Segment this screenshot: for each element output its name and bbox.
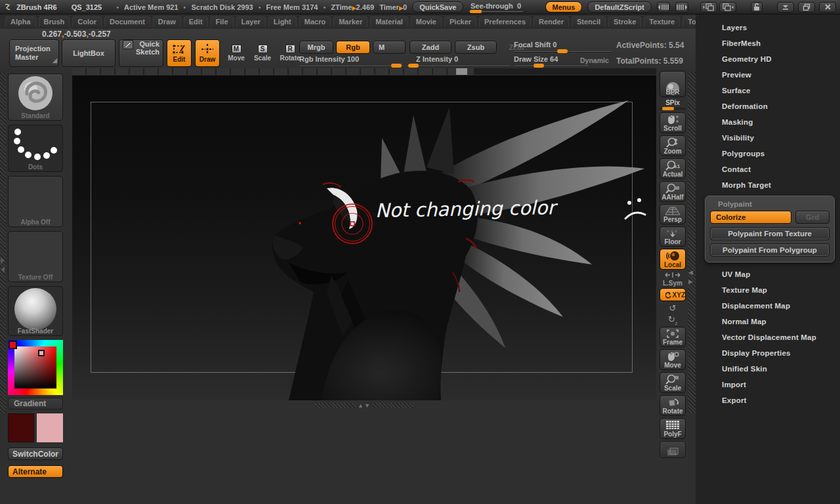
mrgb-button[interactable]: Mrgb xyxy=(299,41,333,54)
extra-shelf-button[interactable] xyxy=(660,441,686,458)
focal-shift-slider[interactable]: Focal Shift 0 xyxy=(514,41,611,49)
palette-section[interactable]: FiberMesh xyxy=(696,35,840,51)
dynamic-label[interactable]: Dynamic xyxy=(580,56,609,64)
menu-item[interactable]: Document xyxy=(104,16,150,28)
menu-item[interactable]: Movie xyxy=(411,16,442,28)
palette-section[interactable]: Morph Target xyxy=(696,177,840,193)
divider-right-button[interactable] xyxy=(719,2,736,12)
menu-item[interactable]: File xyxy=(211,16,234,28)
lightbox-button[interactable]: LightBox xyxy=(62,39,116,67)
frame-button[interactable]: Frame xyxy=(660,327,686,347)
see-through-handle[interactable] xyxy=(470,10,482,13)
focal-shift-handle[interactable] xyxy=(557,49,568,53)
palette-section[interactable]: Contact xyxy=(696,161,840,177)
palette-section[interactable]: Display Properties xyxy=(696,345,840,361)
palette-section[interactable]: UV Map xyxy=(696,266,840,282)
texture-selector[interactable]: Texture Off xyxy=(8,231,63,282)
defaultzscript-button[interactable]: DefaultZScript xyxy=(587,1,651,12)
m-button[interactable]: M xyxy=(373,41,406,54)
palette-section[interactable]: Visibility xyxy=(696,130,840,146)
restore-button[interactable] xyxy=(798,2,815,12)
draw-size-slider[interactable]: Draw Size 64 xyxy=(514,55,589,63)
color-picker[interactable] xyxy=(8,340,63,395)
colorize-button[interactable]: Colorize xyxy=(710,211,791,224)
rgb-button[interactable]: Rgb xyxy=(336,41,370,54)
persp-button[interactable]: Persp xyxy=(660,204,686,224)
move-3d-button[interactable]: Move xyxy=(660,349,686,370)
minimize-button[interactable] xyxy=(777,2,794,12)
z-intensity-slider[interactable]: Z Intensity 0 xyxy=(407,55,511,63)
bpr-button[interactable]: BPR xyxy=(660,71,686,97)
divider-arrows-icon[interactable]: ▲▼ xyxy=(358,402,371,409)
lsym-button[interactable]: L.Sym xyxy=(663,272,682,287)
menu-item[interactable]: Macro xyxy=(299,16,331,28)
actual-button[interactable]: x1 Actual xyxy=(660,158,686,179)
z-intensity-handle[interactable] xyxy=(408,64,419,68)
left-tray-divider[interactable] xyxy=(0,72,6,413)
palette-section[interactable]: Displacement Map xyxy=(696,298,840,314)
menu-item[interactable]: Color xyxy=(72,16,102,28)
palette-section[interactable]: Surface xyxy=(696,83,840,98)
polypaint-from-texture-button[interactable]: Polypaint From Texture xyxy=(710,227,830,240)
palette-section[interactable]: Preview xyxy=(696,67,840,83)
secondary-color-swatch[interactable] xyxy=(37,413,63,442)
palette-section[interactable]: Import xyxy=(696,377,840,392)
palette-section[interactable]: Deformation xyxy=(696,98,840,114)
menu-item[interactable]: Alpha xyxy=(5,16,36,28)
spix-slider[interactable]: SPix xyxy=(660,99,686,110)
menu-item[interactable]: Marker xyxy=(333,16,368,28)
document-canvas[interactable]: Not changing color xyxy=(72,75,656,400)
polypaint-from-polygroup-button[interactable]: Polypaint From Polygroup xyxy=(710,243,830,257)
edit-button[interactable]: Edit xyxy=(167,39,192,67)
scroll-left-shelf-button[interactable] xyxy=(657,2,670,12)
scale-button[interactable]: S Scale xyxy=(250,39,275,67)
alpha-selector[interactable]: Alpha Off xyxy=(8,176,63,227)
polypaint-title[interactable]: Polypaint xyxy=(710,199,830,211)
menu-item[interactable]: Layer xyxy=(236,16,266,28)
palette-section[interactable]: Polygroups xyxy=(696,146,840,161)
menu-item[interactable]: Light xyxy=(268,16,297,28)
canvas-bottom-divider[interactable]: ▲▼ xyxy=(72,402,656,410)
saturation-value-square[interactable] xyxy=(14,346,56,388)
brush-selector[interactable]: Standard xyxy=(8,74,63,121)
xyz-button[interactable]: XYZ xyxy=(660,288,686,301)
rotate-n-icon[interactable]: ↺ xyxy=(669,303,677,313)
palette-section[interactable]: Masking xyxy=(696,114,840,130)
draw-size-handle[interactable] xyxy=(534,64,544,68)
switchcolor-button[interactable]: SwitchColor xyxy=(8,448,63,460)
zadd-button[interactable]: Zadd xyxy=(410,41,452,54)
rgb-intensity-slider[interactable]: Rgb Intensity 100 xyxy=(299,55,403,63)
menu-item[interactable]: Preferences xyxy=(479,16,531,28)
palette-section[interactable]: Texture Map xyxy=(696,282,840,298)
menu-item[interactable]: Edit xyxy=(184,16,208,28)
aahalf-button[interactable]: AAHalf xyxy=(660,181,686,202)
projection-master-button[interactable]: ProjectionMaster ◢ xyxy=(9,39,59,67)
main-color-swatch[interactable] xyxy=(8,413,34,442)
quicksave-button[interactable]: QuickSave xyxy=(412,1,463,12)
menu-item[interactable]: Picker xyxy=(444,16,476,28)
menu-item[interactable]: Stencil xyxy=(572,16,606,28)
palette-section[interactable]: Layers xyxy=(696,20,840,35)
palette-section[interactable]: Geometry HD xyxy=(696,51,840,67)
stroke-selector[interactable]: Dots xyxy=(8,125,63,172)
rotate-3d-button[interactable]: Rotate xyxy=(660,395,686,416)
gradient-button[interactable]: Gradient xyxy=(8,398,63,410)
menu-item[interactable]: Material xyxy=(370,16,408,28)
rotate-z-icon[interactable]: ↻z xyxy=(668,314,677,326)
scroll-right-shelf-button[interactable] xyxy=(675,2,688,12)
palette-section[interactable]: Unified Skin xyxy=(696,361,840,377)
menu-item[interactable]: Texture xyxy=(644,16,680,28)
scroll-button[interactable]: Scroll xyxy=(660,112,686,133)
material-selector[interactable]: FastShader xyxy=(8,286,63,336)
palette-section[interactable]: Normal Map xyxy=(696,314,840,329)
move-button[interactable]: M Move xyxy=(224,39,249,67)
polyframe-button[interactable]: PolyF xyxy=(660,418,686,439)
lock-button[interactable] xyxy=(751,2,763,12)
zoom-button[interactable]: Zoom xyxy=(660,135,686,156)
floor-button[interactable]: x y z Floor xyxy=(660,226,686,247)
palette-section[interactable]: Export xyxy=(696,392,840,408)
quick-sketch-button[interactable]: QuickSketch xyxy=(119,39,163,67)
rgb-intensity-handle[interactable] xyxy=(391,64,402,68)
alternate-button[interactable]: Alternate xyxy=(8,465,63,478)
local-button[interactable]: Local xyxy=(660,249,686,270)
